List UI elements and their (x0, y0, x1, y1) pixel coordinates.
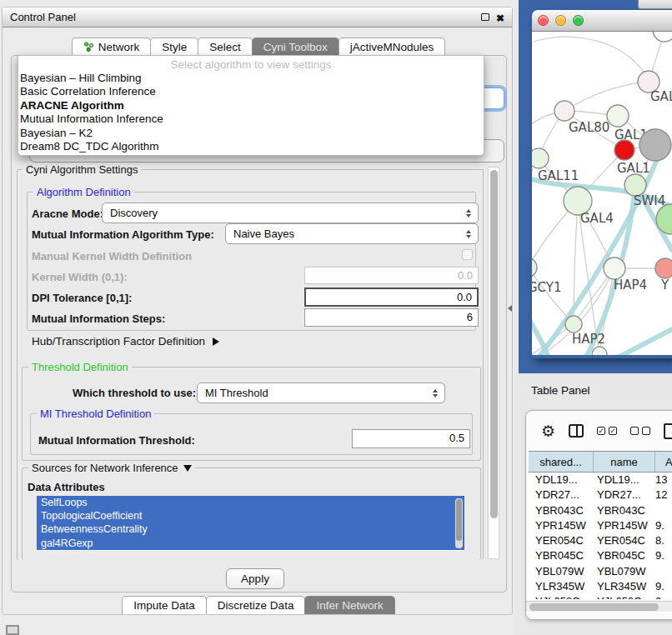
apply-button[interactable]: Apply (226, 568, 284, 589)
data-attribute-item[interactable]: gal4RGexp (37, 537, 464, 550)
table-cell: YBR043C (594, 503, 655, 518)
network-node-label: HAP2 (572, 332, 605, 347)
data-attributes-label: Data Attributes (28, 481, 105, 493)
data-attribute-item[interactable]: SelfLoops (37, 496, 464, 509)
table-row[interactable]: YER054CYER054C8. (529, 533, 672, 548)
mi-algorithm-type-select[interactable]: Naive Bayes (225, 223, 479, 244)
right-area: GALGAL80GAL10GAL1GAL11SWI4GAL4GCY1HAP4YH… (514, 0, 672, 635)
network-canvas[interactable]: GALGAL80GAL10GAL1GAL11SWI4GAL4GCY1HAP4YH… (532, 32, 672, 355)
table-hscroll-thumb[interactable] (529, 603, 659, 611)
network-edge (564, 82, 649, 111)
which-threshold-value: MI Threshold (205, 387, 268, 399)
column-header-name[interactable]: name (594, 452, 655, 472)
table-row[interactable]: YBR045CYBR045C9. (529, 548, 672, 563)
window-buttons (481, 10, 504, 25)
column-header-shared[interactable]: shared... (529, 452, 594, 472)
mac-close-button[interactable] (538, 15, 549, 26)
aracne-mode-select[interactable]: Discovery (102, 202, 479, 223)
algorithm-option-basic-correlation-inference[interactable]: Basic Correlation Inference (18, 85, 484, 98)
table-cell: YER054C (594, 533, 655, 548)
collapse-arrow-icon (183, 465, 192, 472)
tab-network[interactable]: Network (72, 38, 152, 56)
network-edge-thick (609, 327, 672, 355)
network-node-gal11[interactable] (532, 148, 549, 168)
network-node-y[interactable] (655, 258, 672, 278)
dpi-tolerance-input[interactable]: 0.0 (304, 288, 479, 307)
algorithm-option-mutual-information-inference[interactable]: Mutual Information Inference (18, 112, 484, 126)
tab-label: Infer Network (316, 599, 383, 612)
which-threshold-select[interactable]: MI Threshold (197, 382, 445, 403)
hub-definition-expander[interactable]: Hub/Transcription Factor Definition (32, 335, 219, 348)
network-node[interactable] (592, 347, 607, 355)
algorithm-option-aracne-algorithm[interactable]: ARACNE Algorithm (18, 99, 484, 112)
settings-scrollbar[interactable] (488, 167, 499, 559)
table-row[interactable]: YJL052CYJL052C0. (529, 594, 672, 599)
table-cell: 0. (655, 594, 672, 599)
table-cell: 9. (655, 579, 672, 594)
control-panel-tab-bar: NetworkStyleSelectCyni ToolboxjActiveMNo… (13, 38, 505, 56)
table-row[interactable]: YDL19...YDL19...13 (529, 472, 672, 488)
network-node-label: GAL (650, 89, 672, 104)
column-layout-icon[interactable] (569, 424, 584, 438)
algorithm-definition-title: Algorithm Definition (33, 186, 134, 198)
mac-zoom-button[interactable] (573, 15, 584, 26)
data-attribute-item[interactable]: BetweennessCentrality (37, 522, 464, 536)
tab-infer-network[interactable]: Infer Network (304, 596, 394, 614)
column-header-a[interactable]: A (655, 452, 672, 472)
table-cell: YBR045C (529, 548, 594, 563)
network-node-gal10[interactable] (607, 105, 629, 127)
mi-threshold-input[interactable]: 0.5 (352, 429, 470, 448)
network-window-titlebar[interactable] (532, 10, 672, 32)
select-all-icon[interactable] (597, 427, 617, 435)
algorithm-option-bayesian-k2[interactable]: Bayesian – K2 (18, 127, 484, 140)
tab-style[interactable]: Style (150, 38, 198, 56)
settings-gear-icon[interactable] (541, 422, 555, 441)
table-row[interactable]: YLR345WYLR345W9. (529, 579, 672, 594)
tab-cyni-toolbox[interactable]: Cyni Toolbox (252, 38, 339, 56)
close-panel-icon[interactable] (496, 10, 504, 25)
mi-algorithm-type-label: Mutual Information Algorithm Type: (32, 228, 214, 241)
network-node-gal80[interactable] (554, 101, 574, 121)
sources-group-title[interactable]: Sources for Network Inference (28, 462, 195, 474)
mi-steps-input[interactable]: 6 (304, 308, 479, 327)
aracne-mode-value: Discovery (110, 207, 158, 219)
table-cell: YDR27... (529, 488, 594, 502)
attributes-scrollbar[interactable] (455, 498, 463, 548)
algorithm-option-bayesian-hill-climbing[interactable]: Bayesian – Hill Climbing (18, 72, 484, 85)
network-node[interactable] (639, 129, 671, 161)
table-row[interactable]: YBR043CYBR043C (529, 503, 672, 518)
network-node[interactable] (653, 32, 672, 42)
settings-scrollbar-thumb[interactable] (490, 170, 498, 518)
float-window-icon[interactable] (481, 13, 489, 21)
tab-jactivemnodules[interactable]: jActiveMNodules (339, 38, 446, 56)
network-node-gcy1[interactable] (532, 258, 537, 278)
splitter-handle-icon[interactable] (508, 305, 512, 312)
table-cell: 12 (655, 488, 672, 502)
manual-kernel-width-checkbox[interactable] (462, 249, 473, 260)
tab-label: Style (162, 41, 187, 53)
network-node-hap2[interactable] (565, 316, 582, 332)
combo-arrows-icon (466, 209, 478, 218)
new-table-icon[interactable] (664, 423, 672, 439)
network-node-hap4[interactable] (604, 258, 625, 279)
tab-select[interactable]: Select (198, 38, 253, 56)
tab-impute-data[interactable]: Impute Data (122, 596, 207, 614)
table-row[interactable]: YPR145WYPR145W9. (529, 518, 672, 533)
dock-panel-icon[interactable] (6, 625, 19, 635)
data-attribute-item[interactable]: TopologicalCoefficient (37, 509, 464, 522)
network-node-label: SWI4 (634, 193, 665, 208)
network-node-gal1[interactable] (614, 140, 634, 160)
which-threshold-label: Which threshold to use: (73, 387, 196, 399)
table-cell: YDL19... (529, 472, 594, 488)
deselect-all-icon[interactable] (630, 427, 650, 435)
tab-discretize-data[interactable]: Discretize Data (206, 596, 306, 614)
table-row[interactable]: YBL079WYBL079W (529, 564, 672, 579)
mac-minimize-button[interactable] (555, 15, 566, 26)
table-horizontal-scrollbar[interactable] (526, 601, 672, 612)
table-cell: YLR345W (529, 579, 594, 594)
data-attributes-list[interactable]: SelfLoopsTopologicalCoefficientBetweenne… (37, 496, 464, 551)
table-row[interactable]: YDR27...YDR27...12 (529, 488, 672, 502)
algorithm-option-dream8-dc-tdc-algorithm[interactable]: Dream8 DC_TDC Algorithm (18, 140, 484, 153)
network-node-label: GAL80 (569, 120, 609, 135)
table-header-row: shared...nameA (529, 451, 672, 472)
